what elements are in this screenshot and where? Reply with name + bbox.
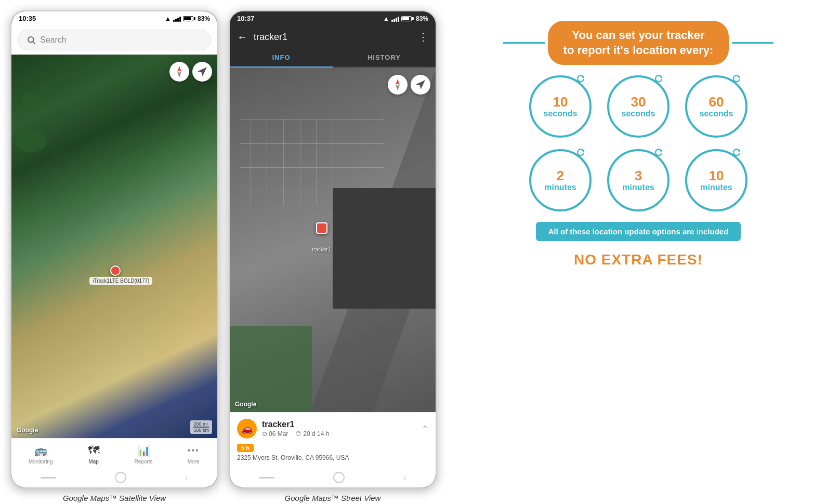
phone2-caption: Google Maps™ Street View [285, 488, 381, 504]
gesture-menu-icon [41, 477, 56, 479]
phone1-battery-pct: 83% [198, 15, 210, 22]
circle-3min: 3 minutes [607, 149, 670, 211]
phone1-google-branding: Google [17, 427, 38, 434]
tracker-address: 2325 Myers St, Oroville, CA 95966, USA [237, 454, 428, 461]
included-text: All of these location update options are… [548, 227, 729, 236]
circle-10min: 10 minutes [685, 149, 747, 211]
phone2-signal-icon [391, 16, 399, 22]
title-line-right [732, 42, 773, 44]
infographic-title-container: You can set your tracker to report it's … [503, 21, 773, 65]
back-arrow-icon[interactable]: ← [237, 31, 247, 43]
phone1-gesture-bar: ‹ [11, 468, 217, 487]
tracker-info-details: tracker1 ⊙ 06 Mar ⏱ 20 d 14 h [262, 420, 329, 437]
circle-60sec: 60 seconds [685, 75, 747, 138]
aerial-navigate-icon [416, 80, 425, 89]
circle-10sec-unit: seconds [544, 109, 578, 118]
car-marker-1 [110, 266, 121, 276]
aerial-map-bg: tracker1 Google [230, 68, 436, 412]
nav-reports-label: Reports [135, 459, 153, 465]
search-input-box[interactable]: Search [18, 30, 211, 50]
phone2-time: 10:37 [237, 15, 254, 22]
tab-history[interactable]: HISTORY [333, 48, 436, 67]
phone2-info-panel: 🚗 tracker1 ⊙ 06 Mar ⏱ 20 d 14 h [230, 412, 436, 468]
phone2-aerial-map[interactable]: tracker1 Google [230, 68, 436, 412]
svg-line-1 [33, 42, 35, 44]
satellite-map-bg: iTrack1LTE BOLD(0177) Google 200 mi 500 … [11, 55, 217, 438]
circle-60sec-number: 60 [709, 95, 724, 109]
phone2-navigate-btn[interactable] [411, 75, 430, 95]
gesture-home-icon [115, 472, 126, 483]
circle-60sec-unit: seconds [700, 109, 733, 118]
circle-30sec: 30 seconds [607, 75, 670, 138]
nav-more-label: More [188, 459, 200, 465]
circles-grid: 10 seconds 30 seconds 60 [529, 75, 747, 211]
phone2-status-bar: 10:37 ▲ 83% [230, 11, 436, 25]
circle-arrow-10sec [576, 74, 585, 84]
circle-3min-number: 3 [635, 169, 642, 182]
tracker-info-name: tracker1 [262, 420, 329, 429]
circle-arrow-10min [732, 148, 741, 157]
circles-row-1: 10 seconds 30 seconds 60 [529, 75, 747, 138]
gesture2-home-icon [333, 472, 345, 483]
infographic-panel: You can set your tracker to report it's … [447, 10, 830, 278]
phone1-signal-icon [173, 16, 181, 22]
gesture-back-icon: ‹ [185, 472, 188, 483]
svg-marker-4 [199, 68, 206, 75]
phone2-battery-pct: 83% [416, 15, 428, 22]
tracker-info-left: 🚗 tracker1 ⊙ 06 Mar ⏱ 20 d 14 h [237, 419, 329, 439]
phone1-navigate-btn[interactable] [192, 62, 212, 82]
search-placeholder: Search [40, 35, 67, 45]
phone2-wifi-icon: ▲ [383, 15, 389, 22]
info-header: 🚗 tracker1 ⊙ 06 Mar ⏱ 20 d 14 h [237, 419, 428, 439]
phone1-battery-icon [183, 16, 195, 21]
phone1-status-bar: 10:35 ▲ 83% [11, 11, 217, 25]
phone1-bottom-nav: 🚌 Monitoring 🗺 Map 📊 Reports ••• More [11, 438, 217, 468]
circle-30sec-unit: seconds [622, 109, 655, 118]
more-options-icon[interactable]: ⋮ [418, 31, 428, 43]
infographic-title-box: You can set your tracker to report it's … [548, 21, 729, 65]
tab-info[interactable]: INFO [230, 48, 333, 68]
time-badge: 5 h [237, 444, 254, 452]
gesture2-menu-icon [259, 477, 274, 479]
circle-3min-unit: minutes [622, 182, 654, 192]
phone1-search-area: Search [11, 25, 217, 55]
phone2: 10:37 ▲ 83% [229, 10, 437, 488]
search-icon [27, 35, 36, 45]
phone1-wrapper: 10:35 ▲ 83% [10, 10, 218, 504]
phone2-compass[interactable] [388, 75, 408, 95]
circles-row-2: 2 minutes 3 minutes 10 [529, 149, 747, 211]
circle-10min-unit: minutes [700, 182, 732, 192]
tracker-car-icon: 🚗 [237, 419, 257, 439]
phone2-battery-icon [401, 16, 414, 21]
phone2-gesture-bar: ‹ [230, 468, 436, 487]
circle-arrow-60sec [732, 74, 741, 84]
included-banner: All of these location update options are… [536, 222, 741, 241]
nav-more[interactable]: ••• More [187, 444, 200, 465]
phone1-caption: Google Maps™ Satellite View [63, 488, 166, 504]
tracker-duration: ⏱ 20 d 14 h [295, 430, 329, 437]
infographic-title-line2: to report it's location every: [563, 43, 714, 58]
infographic-title-line1: You can set your tracker [563, 28, 714, 43]
aerial-car-marker [316, 222, 327, 234]
nav-reports[interactable]: 📊 Reports [135, 444, 153, 465]
circle-10sec-number: 10 [553, 95, 568, 109]
svg-point-0 [28, 37, 34, 43]
phone2-google-branding: Google [235, 401, 256, 408]
reports-icon: 📊 [137, 444, 150, 457]
phone1-map[interactable]: iTrack1LTE BOLD(0177) Google 200 mi 500 … [11, 55, 217, 438]
phone1-time: 10:35 [19, 15, 36, 22]
map-icon: 🗺 [87, 444, 100, 457]
tracker-label-1: iTrack1LTE BOLD(0177) [89, 277, 152, 285]
gesture2-back-icon: ‹ [403, 472, 406, 483]
chevron-up-icon[interactable]: ⌃ [422, 424, 428, 434]
nav-map-label: Map [88, 459, 98, 465]
circle-10sec: 10 seconds [529, 75, 592, 138]
nav-map[interactable]: 🗺 Map [87, 444, 100, 465]
clock-icon: ⊙ [262, 430, 267, 437]
phone1-compass[interactable] [169, 62, 189, 82]
phone2-header: ← tracker1 ⋮ [230, 25, 436, 48]
nav-monitoring[interactable]: 🚌 Monitoring [29, 444, 53, 465]
phone2-tabs: INFO HISTORY [230, 48, 436, 68]
circle-2min-number: 2 [557, 169, 564, 182]
svg-marker-5 [396, 79, 400, 85]
